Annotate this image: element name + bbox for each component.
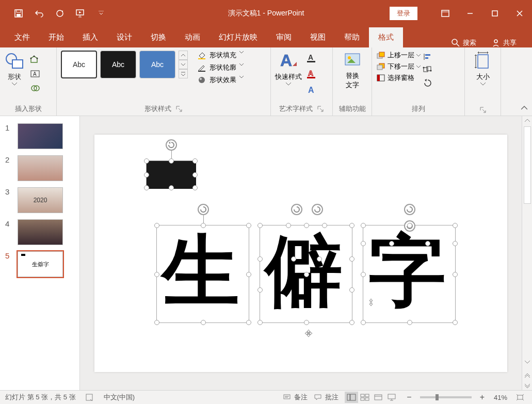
- scroll-down[interactable]: [523, 357, 532, 366]
- language-indicator[interactable]: 中文(中国): [104, 393, 135, 402]
- zoom-slider[interactable]: [420, 396, 472, 398]
- selected-text-2[interactable]: 僻: [260, 225, 352, 323]
- svg-point-15: [37, 58, 38, 59]
- scroll-up[interactable]: [523, 116, 532, 125]
- chevron-down-icon: [12, 83, 17, 86]
- quick-styles-button[interactable]: A 快速样式: [275, 51, 302, 86]
- svg-rect-43: [427, 67, 431, 71]
- shape-style-2[interactable]: Abc: [100, 51, 136, 78]
- zoom-out-button[interactable]: −: [405, 393, 413, 402]
- selected-text-1[interactable]: 生: [156, 225, 249, 323]
- slide-thumb-3[interactable]: 32020: [0, 184, 79, 216]
- zoom-level[interactable]: 41%: [494, 394, 507, 401]
- vertical-scrollbar[interactable]: [522, 116, 532, 390]
- save-button[interactable]: [10, 5, 27, 22]
- slide-thumb-1[interactable]: 1: [0, 120, 79, 152]
- slide-thumb-4[interactable]: 4: [0, 216, 79, 248]
- collapse-ribbon-button[interactable]: [519, 102, 530, 114]
- fit-to-window-button[interactable]: [513, 392, 527, 403]
- reading-view-button[interactable]: [372, 392, 385, 403]
- tab-design[interactable]: 设计: [107, 27, 141, 47]
- tab-home[interactable]: 开始: [39, 27, 73, 47]
- tab-transition[interactable]: 切换: [141, 27, 175, 47]
- tab-slideshow[interactable]: 幻灯片放映: [209, 27, 267, 47]
- undo-button[interactable]: [31, 5, 47, 22]
- style-gallery-down[interactable]: [179, 60, 188, 69]
- edit-shape-button[interactable]: [27, 54, 43, 65]
- dialog-launcher-icon[interactable]: [479, 106, 487, 114]
- svg-rect-52: [350, 394, 356, 400]
- minimize-button[interactable]: [458, 0, 482, 27]
- maximize-button[interactable]: [482, 0, 507, 27]
- bring-forward-button[interactable]: 上移一层: [376, 51, 421, 60]
- normal-view-button[interactable]: [345, 392, 358, 403]
- search-button[interactable]: 搜索: [452, 38, 476, 47]
- shape-fill-button[interactable]: 形状填充: [197, 51, 249, 60]
- slide-sorter-button[interactable]: [358, 392, 372, 403]
- slide-thumb-5[interactable]: 5生僻字: [0, 248, 79, 280]
- comments-button[interactable]: 批注: [314, 393, 338, 402]
- slide-counter[interactable]: 幻灯片 第 5 张，共 5 张: [5, 393, 76, 402]
- chevron-down-icon: [286, 83, 291, 86]
- svg-rect-2: [17, 14, 21, 17]
- selection-pane-button[interactable]: 选择窗格: [376, 73, 421, 83]
- send-backward-button[interactable]: 下移一层: [376, 62, 421, 71]
- tab-file[interactable]: 文件: [5, 27, 39, 47]
- svg-point-45: [430, 70, 432, 72]
- start-from-beginning-button[interactable]: [72, 5, 89, 22]
- slides-panel[interactable]: 1 2 32020 4 5生僻字: [0, 116, 80, 390]
- tab-view[interactable]: 视图: [301, 27, 335, 47]
- shape-effects-button[interactable]: 形状效果: [197, 75, 249, 85]
- text-outline-button[interactable]: A: [306, 69, 317, 80]
- share-button[interactable]: 共享: [492, 38, 517, 47]
- spell-check-icon[interactable]: [85, 393, 94, 401]
- close-button[interactable]: [507, 0, 532, 27]
- selected-text-3[interactable]: 字: [363, 225, 456, 323]
- slide-canvas[interactable]: 生 僻 字: [94, 135, 507, 372]
- size-button[interactable]: 大小: [474, 51, 492, 86]
- accessibility-group-label: 辅助功能: [337, 102, 367, 115]
- redo-button[interactable]: [52, 5, 68, 22]
- prev-slide[interactable]: [523, 371, 532, 381]
- zoom-in-button[interactable]: +: [478, 393, 487, 402]
- chevron-down-icon: [416, 54, 421, 57]
- chevron-down-icon: [239, 63, 249, 72]
- rotate-handle[interactable]: [198, 204, 209, 215]
- shape-outline-button[interactable]: 形状轮廓: [197, 63, 249, 72]
- tab-help[interactable]: 帮助: [335, 27, 369, 47]
- tab-animation[interactable]: 动画: [175, 27, 209, 47]
- login-button[interactable]: 登录: [390, 7, 417, 20]
- svg-rect-48: [284, 395, 290, 399]
- tab-review[interactable]: 审阅: [267, 27, 301, 47]
- dialog-launcher-icon[interactable]: [317, 105, 324, 112]
- style-gallery-more[interactable]: [179, 69, 188, 78]
- group-button[interactable]: [423, 66, 433, 75]
- align-button[interactable]: [423, 53, 433, 62]
- slide-thumb-2[interactable]: 2: [0, 152, 79, 184]
- shapes-button[interactable]: 形状: [4, 51, 25, 86]
- tab-insert[interactable]: 插入: [73, 27, 107, 47]
- shapes-label: 形状: [8, 72, 21, 82]
- shape-style-1[interactable]: Abc: [61, 51, 97, 78]
- dialog-launcher-icon[interactable]: [175, 105, 183, 112]
- alt-text-button[interactable]: 替换 文字: [342, 51, 363, 90]
- svg-rect-36: [377, 65, 382, 70]
- merge-shapes-button[interactable]: [27, 83, 43, 94]
- style-gallery-up[interactable]: [179, 51, 188, 60]
- notes-button[interactable]: 备注: [283, 393, 308, 402]
- tab-format[interactable]: 格式: [369, 27, 403, 47]
- shape-style-gallery[interactable]: Abc Abc Abc: [61, 51, 188, 78]
- rotate-button[interactable]: [423, 78, 433, 88]
- selected-rectangle[interactable]: [146, 160, 196, 188]
- ribbon-display-options[interactable]: [433, 0, 458, 27]
- qat-dropdown[interactable]: [93, 5, 109, 22]
- next-slide[interactable]: [523, 381, 532, 390]
- text-effects-button[interactable]: A: [306, 85, 317, 96]
- shape-style-3[interactable]: Abc: [139, 51, 175, 78]
- slideshow-view-button[interactable]: [385, 392, 398, 403]
- rotate-handle[interactable]: [166, 139, 177, 151]
- alt-text-label: 替换 文字: [346, 71, 359, 90]
- insert-shapes-group-label: 插入形状: [4, 102, 52, 115]
- text-box-button[interactable]: A: [27, 68, 43, 79]
- text-fill-button[interactable]: A: [306, 53, 317, 64]
